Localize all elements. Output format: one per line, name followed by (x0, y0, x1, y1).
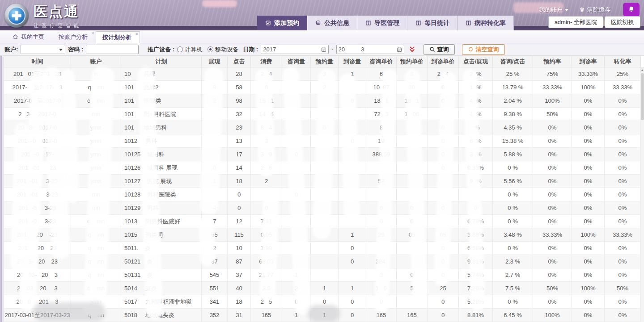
top-header: 医点通 让医疗更智能 添加预约公共信息导医管理每日统计病种转化率 我的账户 清除… (0, 0, 644, 30)
cell: 8 (397, 67, 428, 81)
cell: q nn (71, 228, 121, 242)
cell: 0% (572, 161, 605, 175)
clear-query-button[interactable]: 清空查询 (462, 44, 505, 55)
app-slogan: 让医疗更智能 (34, 22, 82, 29)
cell: 0 (428, 81, 459, 94)
table-row: 201 -0 3-23c mn1013 阳男科医院好7127.31006.78%… (4, 215, 641, 228)
cell: 2 (202, 242, 228, 255)
cell: 6.78% (459, 215, 493, 228)
table-row: 20 0 201 3ymn5017 九鞘膜积液非地狱341182 5000005… (4, 295, 641, 309)
device-radio-1[interactable]: 计算机 (177, 46, 202, 54)
notifications-button[interactable] (623, 3, 640, 17)
account-select[interactable] (21, 45, 65, 54)
cell: 18 (228, 295, 251, 309)
cell: 1 (339, 228, 366, 242)
cell: 201 -01 23 (4, 161, 71, 175)
cell: 1 (282, 309, 311, 322)
cell: 37 (228, 268, 251, 282)
cell: 0% (533, 242, 572, 255)
cell: 18 1 (251, 94, 282, 108)
cell: 2.3 % (493, 255, 533, 268)
cell: 7.26% (459, 282, 493, 295)
nav-item-3[interactable]: 导医管理 (357, 16, 407, 30)
cell: 165 (397, 309, 428, 322)
cell: mn (71, 201, 121, 215)
table-scrollbar[interactable]: ▲ (640, 67, 644, 322)
search-button[interactable]: 查询 (424, 44, 455, 55)
scroll-up-icon[interactable]: ▲ (640, 67, 644, 72)
cell: 1013 阳男科医院好 (121, 215, 202, 228)
nav-item-1[interactable]: 添加预约 (257, 16, 307, 30)
switch-hospital-button[interactable]: 医院切换 (605, 16, 640, 28)
cell (397, 161, 428, 175)
expand-filters-icon[interactable] (409, 46, 415, 53)
nav-item-4[interactable]: 每日统计 (407, 16, 458, 30)
cell: 0% (605, 309, 641, 322)
cell: 0 (428, 255, 459, 268)
cell: 100% (572, 81, 605, 94)
tab-3[interactable]: 按计划分析× (96, 31, 140, 43)
table-row: 20 03- 20 3q nn50131 炎5453721.7713005.74… (4, 268, 641, 282)
date-from-input[interactable]: 2017 (261, 45, 329, 54)
cell (202, 67, 228, 81)
cell (397, 242, 428, 255)
cell (282, 201, 311, 215)
cell: 0% (533, 188, 572, 201)
logo: 医点通 让医疗更智能 (4, 2, 82, 29)
cell: 5017 九鞘膜积液非地狱 (121, 295, 202, 309)
cell: c mn (71, 94, 121, 108)
cell: 0% (605, 295, 641, 309)
cell: 50% (533, 282, 572, 295)
cell: 10126 域男科 展现 (121, 161, 202, 175)
cell: 101 品牌2 (121, 81, 202, 94)
cell: 7.5 % (493, 282, 533, 295)
cell (428, 188, 459, 201)
cell: 18 1 (397, 94, 428, 108)
close-tab-icon[interactable]: × (92, 31, 94, 36)
scrollbar-thumb[interactable] (641, 73, 644, 120)
device-radio-2[interactable]: 移动设备 (208, 46, 238, 54)
cell (311, 255, 339, 268)
cell: 0 (228, 188, 251, 201)
account-menu[interactable]: 我的账户 (539, 6, 568, 14)
clear-query-label: 清空查询 (476, 46, 499, 54)
app-root: 医点通 让医疗更智能 添加预约公共信息导医管理每日统计病种转化率 我的账户 清除… (0, 0, 644, 322)
admin-hospital-button[interactable]: admin- 全部医院 (548, 16, 603, 28)
column-header: 展现 (202, 56, 228, 67)
hospital-controls: admin- 全部医院 医院切换 (548, 16, 640, 28)
clear-cache-button[interactable]: 清除缓存 (579, 6, 610, 14)
tab-1[interactable]: 我的主页 (6, 31, 52, 43)
cell: 25 % (493, 67, 533, 81)
password-input[interactable] (86, 45, 139, 54)
close-tab-icon[interactable]: × (136, 32, 138, 37)
cell: 0 % (493, 295, 533, 309)
cell: 0% (572, 121, 605, 134)
calendar-icon (321, 47, 326, 52)
cell: 2 % (459, 67, 493, 81)
cell (311, 242, 339, 255)
cell: 201 -0 017-0 (4, 134, 71, 148)
cell: 0 % (493, 188, 533, 201)
radio-label: 移动设备 (215, 46, 238, 54)
nav-item-2[interactable]: 公共信息 (307, 16, 357, 30)
cell: 0% (605, 215, 641, 228)
cell: 4.35 % (493, 121, 533, 134)
cell: 7.31 (251, 215, 282, 228)
cell: 0% (533, 268, 572, 282)
nav-item-5[interactable]: 病种转化率 (458, 16, 514, 30)
date-to-input[interactable]: 20 3 (336, 45, 404, 54)
cell: 2 4 (428, 67, 459, 81)
cell: 1 % (459, 108, 493, 121)
cell: 9.33% (459, 161, 493, 175)
cell: ymn (71, 175, 121, 188)
cell: 0 (428, 94, 459, 108)
cell: 5.74% (459, 268, 493, 282)
cell (339, 268, 366, 282)
tab-2[interactable]: 按账户分析× (52, 31, 96, 43)
cell: 1012 男科 (121, 134, 202, 148)
cell: 0% (572, 295, 605, 309)
cell: 8.81% (459, 309, 493, 322)
cell (251, 188, 282, 201)
redaction-smudge (202, 0, 237, 7)
cell: 0 (428, 201, 459, 215)
